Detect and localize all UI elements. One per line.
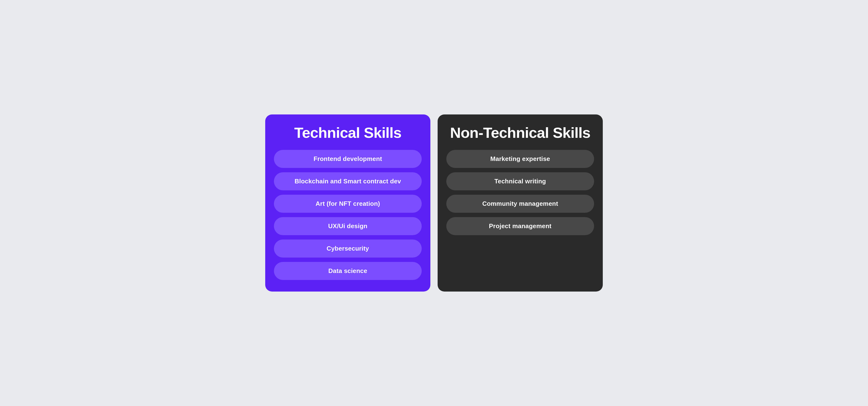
list-item: Technical writing <box>446 172 594 190</box>
non-technical-skills-title: Non-Technical Skills <box>446 124 594 141</box>
technical-skills-card: Technical Skills Frontend developmentBlo… <box>265 114 430 292</box>
list-item: Project management <box>446 217 594 235</box>
list-item: Data science <box>274 262 422 280</box>
skill-label: Community management <box>482 200 558 207</box>
skill-label: Data science <box>329 267 367 274</box>
list-item: UX/Ui design <box>274 217 422 235</box>
non-technical-skills-card: Non-Technical Skills Marketing expertise… <box>438 114 603 292</box>
skill-label: Project management <box>489 223 551 230</box>
main-container: Technical Skills Frontend developmentBlo… <box>265 114 603 292</box>
list-item: Community management <box>446 195 594 213</box>
skill-label: Art (for NFT creation) <box>316 200 380 207</box>
skill-label: Marketing expertise <box>490 155 550 162</box>
technical-skills-list: Frontend developmentBlockchain and Smart… <box>274 150 422 280</box>
non-technical-skills-list: Marketing expertiseTechnical writingComm… <box>446 150 594 235</box>
list-item: Cybersecurity <box>274 239 422 258</box>
list-item: Frontend development <box>274 150 422 168</box>
list-item: Art (for NFT creation) <box>274 195 422 213</box>
list-item: Marketing expertise <box>446 150 594 168</box>
skill-label: Cybersecurity <box>327 245 369 252</box>
list-item: Blockchain and Smart contract dev <box>274 172 422 190</box>
skill-label: UX/Ui design <box>328 223 368 230</box>
skill-label: Blockchain and Smart contract dev <box>294 177 401 185</box>
technical-skills-title: Technical Skills <box>274 124 422 141</box>
skill-label: Frontend development <box>313 155 382 162</box>
skill-label: Technical writing <box>495 177 546 185</box>
